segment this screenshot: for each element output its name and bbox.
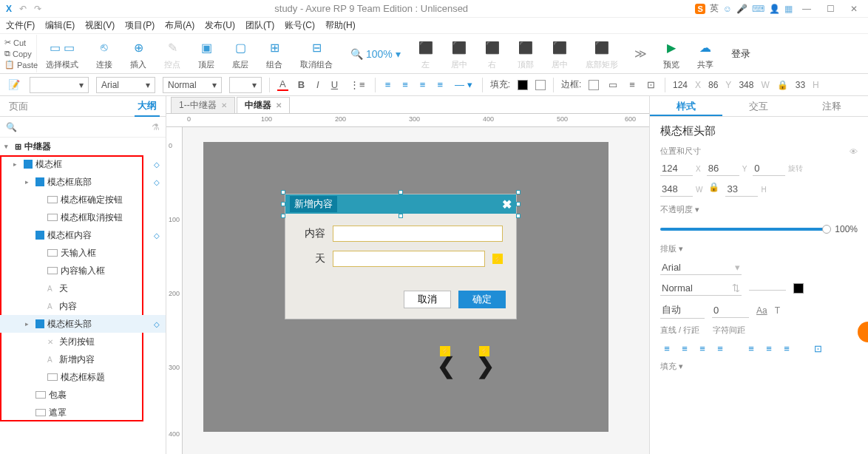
font-color-icon[interactable]: A <box>277 78 288 91</box>
lock-aspect-icon[interactable]: 🔒 <box>708 182 719 197</box>
select-mode-icon[interactable]: ▭ ▭ <box>50 37 75 58</box>
note-icon[interactable]: 📝 <box>6 79 22 90</box>
padding-icon[interactable]: ⊡ <box>811 343 824 353</box>
ime-kbd-icon[interactable]: ⌨ <box>752 4 764 14</box>
font-family-select[interactable]: Arial▾ <box>660 260 742 275</box>
tab-interaction[interactable]: 交互 <box>722 96 795 116</box>
redo-icon[interactable]: ↷ <box>34 4 41 14</box>
outline-item[interactable]: 模态框确定按钮 <box>0 191 166 209</box>
menu-project[interactable]: 项目(P) <box>125 19 155 32</box>
tab-notes[interactable]: 注释 <box>796 96 868 116</box>
zoom-control[interactable]: 🔍 100% ▾ <box>350 48 401 60</box>
next-chevron[interactable]: ⚡❯ <box>476 355 495 377</box>
menu-team[interactable]: 团队(T) <box>245 19 274 32</box>
size-select[interactable]: ▾ <box>229 77 262 93</box>
section-opacity[interactable]: 不透明度 ▾ <box>660 204 858 215</box>
section-fill[interactable]: 填充 ▾ <box>660 361 858 372</box>
ungroup-icon[interactable]: ⊟ <box>312 37 322 58</box>
ta-justify-icon[interactable]: ≡ <box>713 343 727 353</box>
copy-button[interactable]: ⧉ Copy <box>4 49 32 58</box>
align-tr-icon[interactable]: ≡ <box>418 79 428 90</box>
ime-lang[interactable]: 英 <box>710 2 719 15</box>
close-tab-icon[interactable]: ✕ <box>276 101 282 109</box>
menu-edit[interactable]: 编辑(E) <box>45 19 75 32</box>
canvas[interactable]: 新增内容 ✖ 内容 天 ⚡ <box>183 127 649 454</box>
align-tl-icon[interactable]: ≡ <box>383 79 393 90</box>
modal-widget[interactable]: 新增内容 ✖ 内容 天 ⚡ <box>285 194 517 319</box>
search-icon[interactable]: 🔍 <box>6 122 17 132</box>
menu-view[interactable]: 视图(V) <box>85 19 115 32</box>
widget-style-select[interactable]: ▾ <box>30 77 89 93</box>
outline-item[interactable]: ▸模态框◇ <box>0 155 166 173</box>
outline-item[interactable]: A新增内容 <box>0 350 166 368</box>
va-top-icon[interactable]: ≡ <box>745 343 758 353</box>
artboard[interactable]: 新增内容 ✖ 内容 天 ⚡ <box>203 142 608 432</box>
group-icon[interactable]: ⊞ <box>270 37 279 58</box>
maximize-button[interactable]: ☐ <box>821 2 840 16</box>
opacity-value[interactable]: 100% <box>835 224 858 234</box>
ime-mic-icon[interactable]: 🎤 <box>736 4 747 14</box>
visibility-icon[interactable]: 👁 <box>850 147 858 156</box>
ta-left-icon[interactable]: ≡ <box>660 343 674 353</box>
login-button[interactable]: 登录 <box>722 47 759 61</box>
more-text-icon[interactable]: ⋮≡ <box>347 79 367 90</box>
prev-chevron[interactable]: ⚡❮ <box>437 355 455 377</box>
section-typography[interactable]: 排版 ▾ <box>660 243 858 254</box>
prop-w[interactable]: 348 <box>660 182 693 197</box>
bring-front-icon[interactable]: ▣ <box>201 37 212 58</box>
modal-title-text[interactable]: 新增内容 <box>290 196 337 212</box>
tab-style[interactable]: 样式 <box>650 96 722 116</box>
border-swatch[interactable] <box>589 80 599 90</box>
doc-tab-2[interactable]: 中继器✕ <box>237 97 290 113</box>
filter-icon[interactable]: ⚗ <box>152 122 160 132</box>
ime-user-icon[interactable]: 👤 <box>769 4 780 14</box>
outline-item[interactable]: 模态框取消按钮 <box>0 209 166 226</box>
outline-item[interactable]: A天 <box>0 279 166 297</box>
va-bot-icon[interactable]: ≡ <box>780 343 793 353</box>
send-back-icon[interactable]: ▢ <box>235 37 246 58</box>
ta-center-icon[interactable]: ≡ <box>678 343 691 353</box>
font-select[interactable]: Arial▾ <box>96 77 155 93</box>
ta-right-icon[interactable]: ≡ <box>696 343 709 353</box>
opacity-slider[interactable] <box>660 228 827 231</box>
modal-close-icon[interactable]: ✖ <box>502 197 512 211</box>
text-baseline-icon[interactable]: T <box>775 305 780 316</box>
prop-rot[interactable]: 0 <box>753 161 785 176</box>
outline-item[interactable]: 模态框内容◇ <box>0 226 166 244</box>
valign-icon[interactable]: ≡ <box>435 79 445 90</box>
outline-item[interactable]: 包裹 <box>0 386 166 404</box>
menu-publish[interactable]: 发布(U) <box>205 19 235 32</box>
letter-spacing-input[interactable]: 0 <box>712 303 749 318</box>
outline-item[interactable]: ✕关闭按钮 <box>0 333 166 350</box>
outline-item[interactable]: ▸模态框头部◇ <box>0 315 166 333</box>
border-side-icon[interactable]: ⊡ <box>645 79 657 90</box>
bold-icon[interactable]: B <box>296 79 307 90</box>
outline-item[interactable]: ▸模态框底部◇ <box>0 173 166 191</box>
close-window-button[interactable]: ✕ <box>844 2 864 16</box>
selection-name[interactable]: 模态框头部 <box>660 124 858 138</box>
outline-search-input[interactable] <box>23 122 146 132</box>
ribbon-more-icon[interactable]: ≫ <box>627 47 654 61</box>
preview-icon[interactable]: ▶ <box>667 37 676 58</box>
text-case-icon[interactable]: Aa <box>756 305 767 316</box>
share-icon[interactable]: ☁ <box>699 37 711 58</box>
prop-x[interactable]: 124 <box>660 161 693 176</box>
prop-h[interactable]: 33 <box>725 182 758 197</box>
ime-apps-icon[interactable]: ▦ <box>784 4 793 14</box>
outline-root[interactable]: ▾⊞ 中继器 <box>0 138 166 155</box>
border-style-icon[interactable]: ≡ <box>627 79 637 90</box>
weight-select[interactable]: Normal▾ <box>163 77 222 93</box>
modal-header[interactable]: 新增内容 ✖ <box>285 194 516 214</box>
ime-emoji-icon[interactable]: ☺ <box>723 4 732 14</box>
close-tab-icon[interactable]: ✕ <box>221 101 227 109</box>
font-color-swatch[interactable] <box>793 283 804 294</box>
border-width-icon[interactable]: ▭ <box>606 79 620 90</box>
paste-button[interactable]: 📋 Paste <box>4 60 32 70</box>
italic-icon[interactable]: I <box>314 79 322 90</box>
font-size-select[interactable] <box>749 287 786 291</box>
va-mid-icon[interactable]: ≡ <box>762 343 776 353</box>
prop-y[interactable]: 86 <box>707 161 739 176</box>
minimize-button[interactable]: — <box>797 2 816 16</box>
content-input[interactable] <box>333 226 503 242</box>
menu-file[interactable]: 文件(F) <box>6 19 35 32</box>
